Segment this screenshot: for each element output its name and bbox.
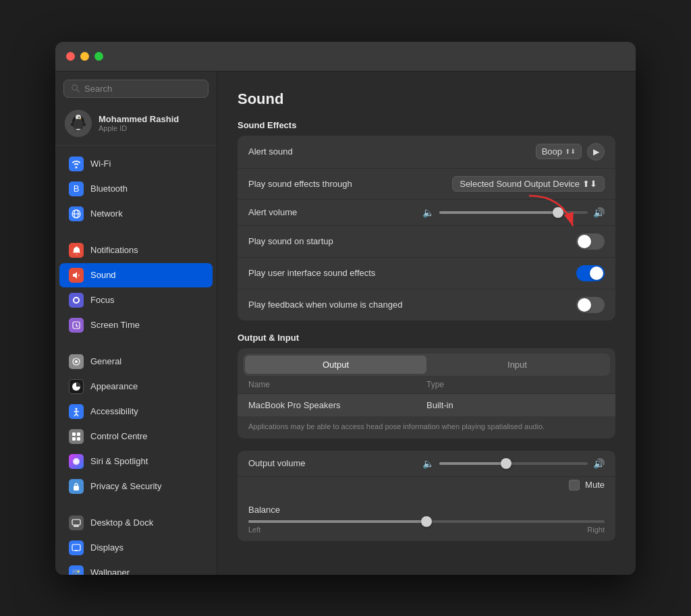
close-button[interactable] bbox=[66, 52, 75, 61]
device-name: MacBook Pro Speakers bbox=[248, 400, 426, 410]
sidebar-item-accessibility[interactable]: Accessibility bbox=[59, 399, 213, 424]
user-appleid: Apple ID bbox=[99, 124, 179, 132]
avatar-svg bbox=[65, 110, 92, 137]
sidebar-label-bluetooth: Bluetooth bbox=[90, 184, 128, 194]
alert-sound-row: Alert sound Boop ⬆⬇ ▶ bbox=[238, 136, 615, 169]
output-input-tabs: Output Input bbox=[243, 354, 610, 376]
accessibility-icon bbox=[69, 404, 84, 419]
sidebar-label-sound: Sound bbox=[90, 270, 116, 280]
sidebar-label-desktop: Desktop & Dock bbox=[90, 517, 153, 528]
output-input-title: Output & Input bbox=[238, 333, 615, 343]
control-centre-icon bbox=[69, 429, 84, 444]
play-through-row: Play sound effects through Selected Soun… bbox=[238, 169, 615, 200]
output-volume-row: Output volume 🔈 🔊 bbox=[238, 451, 615, 477]
svg-rect-17 bbox=[77, 432, 80, 436]
balance-left: Left bbox=[248, 526, 260, 534]
output-bottom: Output volume 🔈 🔊 Mute Bala bbox=[238, 451, 615, 541]
search-icon bbox=[71, 84, 80, 93]
search-placeholder: Search bbox=[84, 84, 112, 94]
sidebar-label-control-centre: Control Centre bbox=[90, 431, 148, 441]
search-wrap: Search bbox=[55, 80, 217, 105]
privacy-icon bbox=[69, 479, 84, 494]
balance-track[interactable] bbox=[248, 520, 605, 523]
sidebar-item-wallpaper[interactable]: Wallpaper bbox=[59, 561, 213, 575]
sidebar-label-notifications: Notifications bbox=[90, 245, 138, 255]
svg-rect-18 bbox=[72, 437, 76, 441]
play-ui-toggle[interactable] bbox=[576, 265, 605, 281]
mute-checkbox[interactable] bbox=[569, 480, 580, 491]
sidebar-item-bluetooth[interactable]: B Bluetooth bbox=[59, 177, 213, 201]
sidebar-item-wifi[interactable]: Wi-Fi bbox=[59, 152, 213, 176]
avatar-image bbox=[65, 110, 92, 137]
alert-volume-fill bbox=[439, 211, 558, 214]
balance-thumb bbox=[421, 516, 432, 527]
bluetooth-icon: B bbox=[69, 181, 84, 196]
sidebar-label-general: General bbox=[90, 356, 121, 366]
siri-icon bbox=[69, 454, 84, 469]
wallpaper-icon bbox=[69, 565, 84, 575]
svg-rect-16 bbox=[72, 432, 76, 436]
tab-wrap: Output Input bbox=[238, 348, 615, 376]
sound-effects-section-wrap: Sound Effects bbox=[238, 120, 615, 130]
sidebar-label-focus: Focus bbox=[90, 295, 114, 305]
user-info: Mohammed Rashid Apple ID bbox=[99, 114, 179, 132]
svg-point-0 bbox=[72, 85, 78, 90]
play-ui-label: Play user interface sound effects bbox=[248, 268, 375, 278]
alert-volume-track[interactable] bbox=[439, 211, 588, 214]
play-through-dropdown[interactable]: Selected Sound Output Device ⬆⬇ bbox=[452, 176, 605, 192]
maximize-button[interactable] bbox=[94, 52, 103, 61]
search-box[interactable]: Search bbox=[63, 80, 209, 98]
sidebar-group-network: Wi-Fi B Bluetooth Network bbox=[55, 150, 217, 228]
play-feedback-toggle[interactable] bbox=[576, 297, 605, 313]
table-row[interactable]: MacBook Pro Speakers Built-in bbox=[238, 394, 615, 416]
user-profile[interactable]: Mohammed Rashid Apple ID bbox=[55, 105, 217, 146]
balance-right: Right bbox=[587, 526, 605, 534]
play-through-value: Selected Sound Output Device bbox=[460, 179, 580, 189]
play-startup-label: Play sound on startup bbox=[248, 236, 333, 246]
volume-high-icon: 🔊 bbox=[593, 207, 605, 218]
minimize-button[interactable] bbox=[80, 52, 89, 61]
sidebar-item-focus[interactable]: Focus bbox=[59, 288, 213, 312]
alert-volume-row: Alert volume 🔈 🔊 bbox=[238, 200, 615, 226]
sidebar-item-privacy[interactable]: Privacy & Security bbox=[59, 474, 213, 499]
sidebar-item-desktop[interactable]: Desktop & Dock bbox=[59, 511, 213, 535]
play-feedback-row: Play feedback when volume is changed bbox=[238, 289, 615, 320]
sidebar-label-appearance: Appearance bbox=[90, 381, 138, 391]
sound-effects-title: Sound Effects bbox=[238, 120, 615, 130]
output-volume-track[interactable] bbox=[439, 462, 588, 465]
sidebar-label-screentime: Screen Time bbox=[90, 320, 140, 330]
wifi-icon bbox=[69, 157, 84, 171]
sound-effects-group: Alert sound Boop ⬆⬇ ▶ Play sound effects… bbox=[238, 136, 615, 320]
sidebar-item-displays[interactable]: Displays bbox=[59, 536, 213, 560]
user-name: Mohammed Rashid bbox=[99, 114, 179, 124]
tab-output[interactable]: Output bbox=[245, 356, 426, 374]
sidebar-label-displays: Displays bbox=[90, 542, 123, 553]
svg-point-6 bbox=[78, 117, 80, 118]
sidebar-item-notifications[interactable]: Notifications bbox=[59, 238, 213, 262]
svg-rect-21 bbox=[72, 520, 80, 525]
play-alert-button[interactable]: ▶ bbox=[587, 143, 605, 161]
window: Search bbox=[55, 42, 636, 575]
sidebar-group-notifications: Notifications Sound Focus bbox=[55, 236, 217, 339]
table-header: Name Type bbox=[238, 376, 615, 394]
sidebar-group-hardware: Desktop & Dock Displays Wallpaper bbox=[55, 509, 217, 575]
output-input-section: Output Input Name Type MacBook Pro Speak… bbox=[238, 348, 615, 439]
sidebar-item-sound[interactable]: Sound bbox=[59, 263, 213, 287]
sidebar-item-network[interactable]: Network bbox=[59, 202, 213, 226]
sidebar-item-screentime[interactable]: Screen Time bbox=[59, 313, 213, 337]
sidebar-item-siri[interactable]: Siri & Spotlight bbox=[59, 449, 213, 474]
play-ui-row: Play user interface sound effects bbox=[238, 258, 615, 289]
sidebar-label-wifi: Wi-Fi bbox=[90, 159, 111, 169]
alert-sound-dropdown[interactable]: Boop ⬆⬇ bbox=[536, 144, 582, 159]
titlebar bbox=[55, 42, 636, 72]
col-name-header: Name bbox=[248, 380, 426, 389]
sidebar-item-control-centre[interactable]: Control Centre bbox=[59, 424, 213, 449]
svg-rect-20 bbox=[74, 486, 79, 491]
col-type-header: Type bbox=[426, 380, 605, 389]
play-startup-toggle[interactable] bbox=[576, 233, 605, 250]
mute-row: Mute bbox=[238, 477, 615, 497]
sidebar-item-general[interactable]: General bbox=[59, 349, 213, 374]
play-feedback-label: Play feedback when volume is changed bbox=[248, 300, 402, 310]
sidebar-item-appearance[interactable]: Appearance bbox=[59, 374, 213, 399]
tab-input[interactable]: Input bbox=[426, 356, 608, 374]
